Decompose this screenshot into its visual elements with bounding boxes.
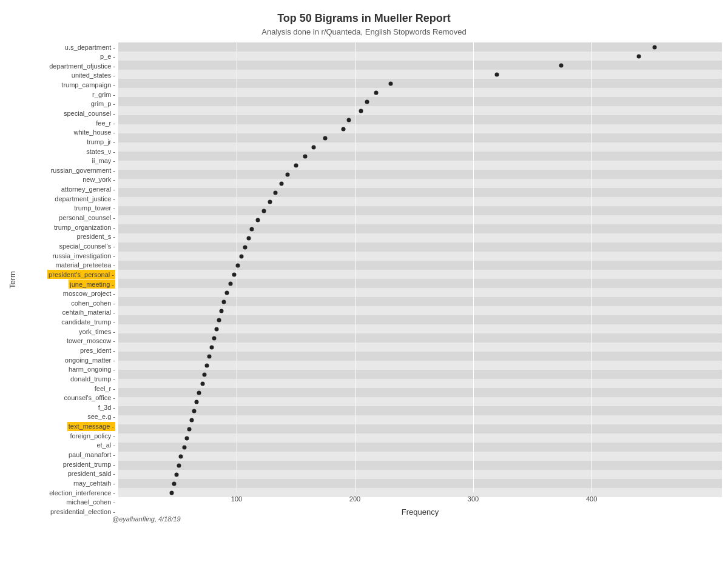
y-tick: f_3d - <box>98 403 115 412</box>
grid-row <box>118 288 722 297</box>
y-tick: russian_government - <box>51 166 115 175</box>
y-tick: trump_tower - <box>74 204 115 213</box>
y-tick: michael_cohen - <box>66 498 115 507</box>
y-tick: ii_may - <box>92 156 115 166</box>
y-tick: may_cehtaih - <box>73 478 115 487</box>
y-tick: president_said - <box>68 469 115 478</box>
grid-row <box>118 324 722 333</box>
data-point <box>388 81 393 85</box>
data-point <box>311 145 315 149</box>
y-tick: personal_counsel - <box>59 213 115 222</box>
y-tick: united_states - <box>72 71 115 80</box>
y-tick: president_trump - <box>63 460 115 469</box>
data-point <box>172 481 176 486</box>
data-point <box>280 181 284 186</box>
y-tick: u.s_department - <box>65 42 115 52</box>
chart-subtitle: Analysis done in r/Quanteda, English Sto… <box>261 27 466 36</box>
data-point <box>374 90 379 95</box>
y-tick: r_grim - <box>92 90 115 99</box>
y-tick: feel_r - <box>95 384 115 393</box>
data-point <box>359 109 363 113</box>
data-point <box>246 236 251 240</box>
y-tick: white_house - <box>74 128 116 137</box>
y-tick: ongoing_matter - <box>65 355 115 364</box>
data-point <box>243 245 247 249</box>
data-point <box>212 336 217 340</box>
data-point <box>285 172 289 176</box>
y-tick: paul_manafort - <box>69 450 115 460</box>
grid-row <box>118 333 722 343</box>
x-tick: 300 <box>468 495 479 503</box>
y-axis-label-container: Term <box>6 42 18 517</box>
y-tick: grim_p - <box>91 99 115 109</box>
data-point <box>183 445 187 449</box>
data-point <box>323 136 328 140</box>
chart-body: Term u.s_department -p_e -department_ofj… <box>6 42 722 517</box>
grid-row <box>118 297 722 306</box>
data-point <box>217 318 221 322</box>
grid-row <box>118 61 722 70</box>
data-point <box>229 281 233 286</box>
x-tick: 400 <box>586 495 597 503</box>
y-tick: et_al - <box>96 441 115 450</box>
data-point <box>250 227 254 231</box>
grid-row <box>118 315 722 324</box>
y-tick: president_s - <box>76 232 115 241</box>
y-tick: p_e - <box>100 52 115 61</box>
data-point <box>261 209 266 213</box>
y-tick: presidential_election - <box>50 507 115 516</box>
grid-row <box>118 306 722 315</box>
chart-container: Top 50 Bigrams in Mueller Report Analysi… <box>0 0 728 562</box>
data-point <box>179 454 183 458</box>
data-point <box>341 127 345 131</box>
grid-row <box>118 115 722 124</box>
y-tick: department_ofjustice - <box>49 61 115 70</box>
data-point <box>207 354 212 358</box>
y-tick: attorney_general - <box>61 185 115 194</box>
data-point <box>225 290 229 295</box>
grid-row <box>118 224 722 233</box>
grid-row <box>118 270 722 279</box>
grid-row <box>118 133 722 142</box>
data-point <box>637 54 641 58</box>
x-axis-label: Frequency <box>118 507 722 517</box>
plot-area <box>118 42 722 492</box>
grid-row <box>118 97 722 106</box>
y-tick: election_interference - <box>49 488 115 497</box>
y-tick: trump_jr - <box>87 137 115 146</box>
data-point <box>347 118 351 122</box>
y-tick: cehtaih_material - <box>62 308 115 317</box>
y-tick: russia_investigation - <box>53 251 115 260</box>
grid-vline <box>237 42 237 492</box>
data-point <box>194 400 198 404</box>
grid-row <box>118 461 722 470</box>
y-tick: trump_campaign - <box>61 81 115 90</box>
data-point <box>200 381 204 386</box>
data-point <box>303 154 308 158</box>
data-point <box>197 390 201 395</box>
y-tick: june_meeting - <box>69 279 115 289</box>
data-point <box>214 327 218 331</box>
data-point <box>559 63 563 67</box>
data-point <box>187 427 192 431</box>
y-tick: special_counsel's - <box>59 241 115 250</box>
data-point <box>294 163 298 167</box>
y-tick: department_justice - <box>55 194 115 203</box>
data-point <box>268 199 272 204</box>
grid-row <box>118 433 722 443</box>
grid-row <box>118 379 722 388</box>
data-point <box>185 436 189 440</box>
grid-row <box>118 415 722 424</box>
data-point <box>652 45 656 49</box>
data-point <box>174 472 178 477</box>
x-tick: 100 <box>231 495 242 503</box>
y-tick: president's_personal - <box>47 270 115 279</box>
y-tick: text_message - <box>67 422 115 431</box>
x-axis-container: 100200300400 Frequency <box>118 492 722 517</box>
data-point <box>210 345 214 349</box>
data-point <box>189 418 194 422</box>
grid-row <box>118 243 722 252</box>
grid-row <box>118 215 722 224</box>
grid-row <box>118 179 722 188</box>
data-point <box>177 463 181 467</box>
